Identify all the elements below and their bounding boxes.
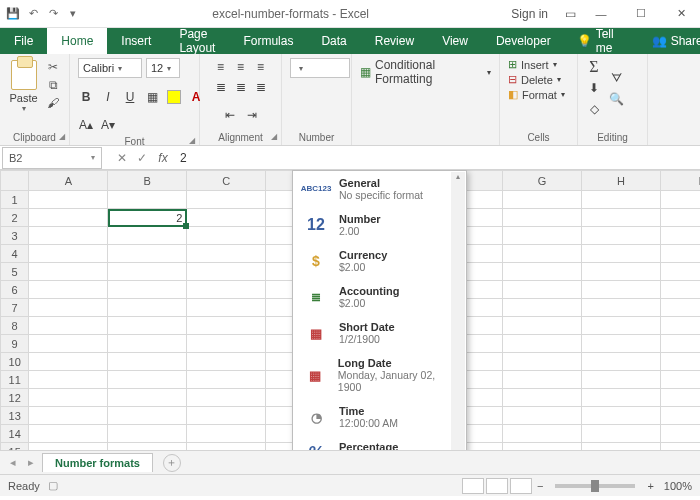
cell[interactable]: [582, 371, 661, 389]
paste-button[interactable]: Paste ▾: [8, 58, 39, 113]
cell[interactable]: [660, 191, 700, 209]
cell[interactable]: [503, 245, 582, 263]
col-header[interactable]: G: [503, 171, 582, 191]
fx-icon[interactable]: fx: [152, 151, 174, 165]
cell[interactable]: [660, 209, 700, 227]
cell[interactable]: [503, 407, 582, 425]
grow-font-button[interactable]: A▴: [78, 116, 94, 134]
cell[interactable]: [187, 353, 266, 371]
save-icon[interactable]: 💾: [6, 7, 20, 21]
cell[interactable]: [108, 281, 187, 299]
cell[interactable]: [29, 263, 108, 281]
cell[interactable]: [503, 317, 582, 335]
cell[interactable]: [29, 191, 108, 209]
tab-review[interactable]: Review: [361, 28, 428, 54]
cell[interactable]: [503, 299, 582, 317]
worksheet-grid[interactable]: ABCDEFGHI1223456789101112131415 ABC123 G…: [0, 170, 700, 450]
number-format-option[interactable]: % Percentage200.00%: [293, 435, 466, 450]
cell[interactable]: [582, 353, 661, 371]
cell[interactable]: [187, 209, 266, 227]
row-header[interactable]: 12: [1, 389, 29, 407]
cell[interactable]: [582, 389, 661, 407]
enter-formula-icon[interactable]: ✓: [132, 151, 152, 165]
tab-page-layout[interactable]: Page Layout: [165, 28, 229, 54]
cell[interactable]: [660, 299, 700, 317]
view-page-break-button[interactable]: [510, 478, 532, 494]
cell[interactable]: [187, 245, 266, 263]
share-button[interactable]: 👥 Share: [652, 34, 700, 48]
cell[interactable]: [29, 299, 108, 317]
cell[interactable]: [187, 317, 266, 335]
zoom-in-button[interactable]: +: [643, 480, 657, 492]
cell[interactable]: [187, 371, 266, 389]
row-header[interactable]: 6: [1, 281, 29, 299]
tab-home[interactable]: Home: [47, 28, 107, 54]
cell[interactable]: [503, 335, 582, 353]
cancel-formula-icon[interactable]: ✕: [112, 151, 132, 165]
cell[interactable]: [187, 443, 266, 451]
cell[interactable]: [503, 353, 582, 371]
font-name-combo[interactable]: Calibri▾: [78, 58, 142, 78]
row-header[interactable]: 5: [1, 263, 29, 281]
cell[interactable]: [187, 191, 266, 209]
sheet-tab-active[interactable]: Number formats: [42, 453, 153, 472]
cell[interactable]: [108, 389, 187, 407]
view-normal-button[interactable]: [462, 478, 484, 494]
row-header[interactable]: 10: [1, 353, 29, 371]
align-right-icon[interactable]: ≣: [252, 78, 270, 96]
cell[interactable]: [187, 407, 266, 425]
sign-in-link[interactable]: Sign in: [501, 7, 558, 21]
tell-me[interactable]: Tell me: [596, 27, 623, 55]
cell[interactable]: [108, 191, 187, 209]
fill-button[interactable]: ⬇: [586, 79, 602, 97]
col-header[interactable]: H: [582, 171, 661, 191]
cell[interactable]: [29, 227, 108, 245]
cell[interactable]: [660, 263, 700, 281]
macro-record-icon[interactable]: ▢: [48, 479, 58, 492]
cell[interactable]: [187, 425, 266, 443]
cell[interactable]: [582, 281, 661, 299]
tab-developer[interactable]: Developer: [482, 28, 565, 54]
view-page-layout-button[interactable]: [486, 478, 508, 494]
redo-icon[interactable]: ↷: [46, 7, 60, 21]
cell[interactable]: [660, 371, 700, 389]
tab-data[interactable]: Data: [307, 28, 360, 54]
cell[interactable]: [660, 389, 700, 407]
ribbon-options-icon[interactable]: ▭: [564, 8, 576, 20]
cell[interactable]: [108, 407, 187, 425]
cell[interactable]: [503, 191, 582, 209]
format-painter-icon[interactable]: 🖌: [45, 96, 61, 110]
font-launcher-icon[interactable]: ◢: [189, 136, 195, 145]
cell[interactable]: [660, 227, 700, 245]
zoom-slider[interactable]: [555, 484, 635, 488]
find-select-button[interactable]: 🔍: [608, 90, 624, 108]
tab-insert[interactable]: Insert: [107, 28, 165, 54]
number-format-combo[interactable]: ▾: [290, 58, 350, 78]
clear-button[interactable]: ◇: [586, 100, 602, 118]
copy-icon[interactable]: ⧉: [45, 78, 61, 92]
minimize-button[interactable]: —: [582, 0, 620, 28]
cell[interactable]: [660, 425, 700, 443]
fill-color-button[interactable]: [166, 88, 182, 106]
qat-customize-icon[interactable]: ▾: [66, 7, 80, 21]
number-format-option[interactable]: ≣ Accounting$2.00: [293, 279, 466, 315]
sort-filter-button[interactable]: ᗊ: [608, 69, 624, 87]
cell[interactable]: [29, 407, 108, 425]
undo-icon[interactable]: ↶: [26, 7, 40, 21]
alignment-launcher-icon[interactable]: ◢: [271, 132, 277, 141]
sheet-nav-prev-icon[interactable]: ◂: [6, 456, 20, 469]
cell[interactable]: [503, 425, 582, 443]
cell[interactable]: [108, 317, 187, 335]
border-button[interactable]: ▦: [144, 88, 160, 106]
col-header[interactable]: B: [108, 171, 187, 191]
cell[interactable]: [29, 335, 108, 353]
cell[interactable]: [582, 191, 661, 209]
cell[interactable]: [582, 335, 661, 353]
row-header[interactable]: 7: [1, 299, 29, 317]
cell[interactable]: [108, 425, 187, 443]
italic-button[interactable]: I: [100, 88, 116, 106]
cell[interactable]: [582, 227, 661, 245]
maximize-button[interactable]: ☐: [622, 0, 660, 28]
cell[interactable]: [29, 371, 108, 389]
row-header[interactable]: 1: [1, 191, 29, 209]
